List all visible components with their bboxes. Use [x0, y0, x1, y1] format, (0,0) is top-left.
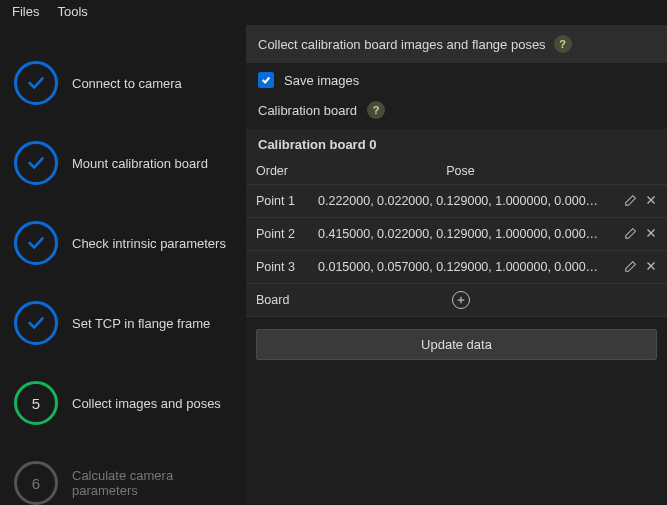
step-number-icon: 5 [14, 381, 58, 425]
table-row: Point 30.015000, 0.057000, 0.129000, 1.0… [246, 251, 667, 284]
step-5[interactable]: 5Collect images and poses [0, 363, 246, 443]
check-icon [14, 141, 58, 185]
board-title: Calibration board 0 [246, 129, 667, 158]
menubar: Files Tools [0, 0, 667, 25]
step-2[interactable]: Mount calibration board [0, 123, 246, 203]
delete-icon[interactable] [643, 258, 659, 274]
add-board-row: Board [246, 284, 667, 317]
row-pose: 0.222000, 0.022000, 0.129000, 1.000000, … [310, 185, 611, 218]
check-icon [14, 301, 58, 345]
save-images-row: Save images [246, 63, 667, 97]
check-icon [14, 61, 58, 105]
step-label: Calculate camera parameters [72, 468, 232, 498]
save-images-checkbox[interactable] [258, 72, 274, 88]
row-order: Point 2 [246, 218, 310, 251]
menu-tools[interactable]: Tools [57, 4, 87, 19]
content-panel: Collect calibration board images and fla… [246, 25, 667, 504]
help-icon[interactable]: ? [367, 101, 385, 119]
pose-table: Order Pose Point 10.222000, 0.022000, 0.… [246, 158, 667, 317]
update-data-button[interactable]: Update data [256, 329, 657, 360]
step-number-icon: 6 [14, 461, 58, 505]
step-4[interactable]: Set TCP in flange frame [0, 283, 246, 363]
row-pose: 0.015000, 0.057000, 0.129000, 1.000000, … [310, 251, 611, 284]
panel-header: Collect calibration board images and fla… [246, 25, 667, 63]
delete-icon[interactable] [643, 225, 659, 241]
col-order: Order [246, 158, 310, 185]
main-area: Connect to cameraMount calibration board… [0, 25, 667, 504]
table-row: Point 20.415000, 0.022000, 0.129000, 1.0… [246, 218, 667, 251]
calib-board-row: Calibration board ? [246, 97, 667, 129]
row-order: Point 3 [246, 251, 310, 284]
add-board-button[interactable] [452, 291, 470, 309]
step-label: Connect to camera [72, 76, 182, 91]
delete-icon[interactable] [643, 192, 659, 208]
step-label: Check intrinsic parameters [72, 236, 226, 251]
update-row: Update data [246, 317, 667, 372]
step-label: Mount calibration board [72, 156, 208, 171]
edit-icon[interactable] [623, 258, 639, 274]
step-label: Collect images and poses [72, 396, 221, 411]
panel-header-text: Collect calibration board images and fla… [258, 37, 546, 52]
pose-table-body: Point 10.222000, 0.022000, 0.129000, 1.0… [246, 185, 667, 284]
step-3[interactable]: Check intrinsic parameters [0, 203, 246, 283]
col-pose: Pose [310, 158, 611, 185]
check-icon [14, 221, 58, 265]
save-images-label: Save images [284, 73, 359, 88]
menu-files[interactable]: Files [12, 4, 39, 19]
edit-icon[interactable] [623, 192, 639, 208]
row-pose: 0.415000, 0.022000, 0.129000, 1.000000, … [310, 218, 611, 251]
table-row: Point 10.222000, 0.022000, 0.129000, 1.0… [246, 185, 667, 218]
add-row-label: Board [246, 284, 310, 317]
edit-icon[interactable] [623, 225, 639, 241]
help-icon[interactable]: ? [554, 35, 572, 53]
step-6[interactable]: 6Calculate camera parameters [0, 443, 246, 505]
step-label: Set TCP in flange frame [72, 316, 210, 331]
step-1[interactable]: Connect to camera [0, 43, 246, 123]
calib-board-label: Calibration board [258, 103, 357, 118]
row-order: Point 1 [246, 185, 310, 218]
steps-sidebar: Connect to cameraMount calibration board… [0, 25, 246, 504]
